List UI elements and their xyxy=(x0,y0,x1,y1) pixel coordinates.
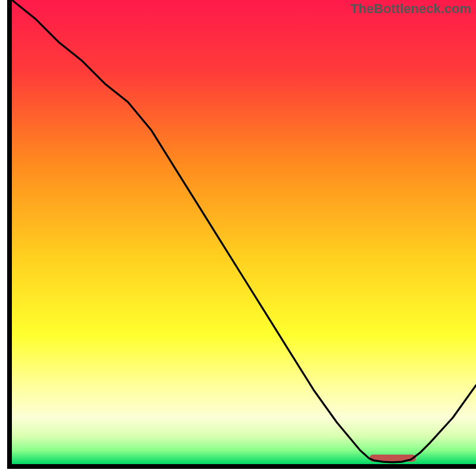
y-axis xyxy=(7,0,12,469)
plot-area xyxy=(12,0,476,464)
watermark-text: TheBottleneck.com xyxy=(350,1,471,17)
curve-line xyxy=(12,0,476,464)
chart-container: TheBottleneck.com xyxy=(0,0,476,476)
x-axis xyxy=(7,464,476,469)
